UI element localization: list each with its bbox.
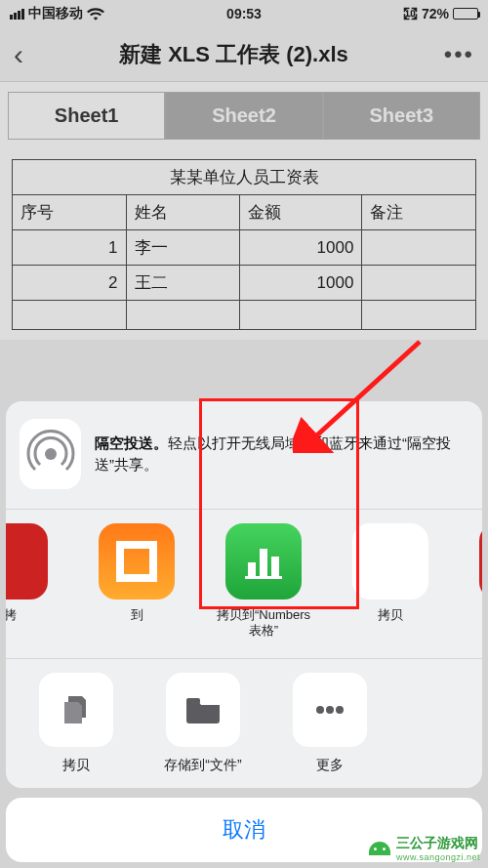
- app-icon-pixelated: [99, 523, 175, 599]
- svg-point-8: [326, 706, 334, 714]
- svg-rect-5: [271, 557, 279, 576]
- airdrop-text: 隔空投送。轻点以打开无线局域网和蓝牙来通过“隔空投送”共享。: [95, 433, 463, 475]
- svg-point-0: [45, 448, 57, 460]
- share-app-row[interactable]: 拷 到 拷贝到“Numbers 表格”: [6, 523, 482, 640]
- app-icon-pixelated: [6, 523, 48, 599]
- folder-icon: [166, 673, 240, 747]
- action-label: 拷贝: [62, 757, 90, 774]
- watermark: 三公子游戏网 www.sangongzi.net: [369, 835, 480, 862]
- share-app-numbers[interactable]: 拷贝到“Numbers 表格”: [215, 523, 312, 640]
- share-app[interactable]: 拷: [6, 523, 59, 639]
- divider: [6, 658, 482, 659]
- action-copy[interactable]: 拷贝: [27, 673, 125, 774]
- app-label: 到: [131, 607, 143, 639]
- airdrop-row[interactable]: 隔空投送。轻点以打开无线局域网和蓝牙来通过“隔空投送”共享。: [6, 419, 482, 489]
- app-label: 拷: [6, 607, 17, 639]
- app-icon-pixelated: [352, 523, 428, 599]
- share-app[interactable]: 拷: [468, 523, 482, 639]
- share-app[interactable]: 到: [88, 523, 185, 639]
- app-icon-pixelated: [479, 523, 482, 599]
- app-label: 拷贝到“Numbers 表格”: [215, 607, 312, 640]
- copy-icon: [39, 673, 113, 747]
- action-more[interactable]: 更多: [281, 673, 379, 774]
- svg-rect-2: [245, 576, 282, 579]
- app-label: 拷贝: [378, 607, 403, 639]
- more-icon: [293, 673, 367, 747]
- action-save-to-files[interactable]: 存储到“文件”: [154, 673, 252, 774]
- action-label: 更多: [316, 757, 344, 774]
- svg-point-9: [336, 706, 344, 714]
- divider: [6, 509, 482, 510]
- svg-rect-3: [248, 562, 256, 576]
- airdrop-icon: [20, 419, 81, 489]
- svg-rect-6: [186, 698, 200, 704]
- watermark-brand: 三公子游戏网: [396, 835, 478, 850]
- share-action-row: 拷贝 存储到“文件” 更多: [6, 673, 482, 774]
- airdrop-title: 隔空投送。: [95, 434, 168, 451]
- android-icon: [369, 842, 390, 855]
- svg-point-7: [316, 706, 324, 714]
- svg-rect-4: [260, 549, 267, 576]
- share-app[interactable]: 拷贝: [342, 523, 439, 639]
- share-sheet: 隔空投送。轻点以打开无线局域网和蓝牙来通过“隔空投送”共享。 拷 到: [6, 401, 482, 863]
- svg-rect-1: [120, 545, 153, 578]
- watermark-url: www.sangongzi.net: [396, 852, 480, 862]
- numbers-icon: [225, 523, 302, 599]
- action-label: 存储到“文件”: [164, 757, 241, 774]
